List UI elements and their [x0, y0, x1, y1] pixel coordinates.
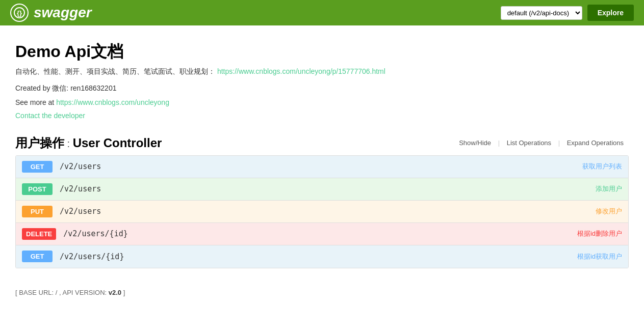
- api-route-row[interactable]: POST/v2/users添加用户: [16, 178, 628, 201]
- explore-button[interactable]: Explore: [587, 5, 634, 21]
- api-docs-select[interactable]: default (/v2/api-docs): [501, 6, 582, 20]
- api-route-row[interactable]: DELETE/v2/users/{id}根据id删除用户: [16, 223, 628, 245]
- swagger-icon: {}: [10, 4, 29, 22]
- api-description-link[interactable]: https://www.cnblogs.com/uncleyong/p/1577…: [217, 67, 385, 75]
- controller-title-en: User Controller: [73, 136, 162, 150]
- api-description: 获取用户列表: [582, 162, 622, 171]
- api-path: /v2/users: [60, 162, 572, 171]
- method-badge: PUT: [22, 206, 53, 217]
- created-by-text: Created by 微信: ren168632201: [15, 84, 116, 92]
- list-operations-link[interactable]: List Operations: [502, 139, 556, 147]
- footer-close-bracket: ]: [123, 289, 125, 296]
- see-more: See more at https://www.cnblogs.com/uncl…: [15, 97, 629, 108]
- controller-header: 用户操作 : User Controller Show/Hide | List …: [15, 135, 629, 151]
- api-path: /v2/users: [60, 207, 585, 216]
- show-hide-link[interactable]: Show/Hide: [454, 139, 496, 147]
- controller-title-zh: 用户操作: [15, 136, 64, 150]
- see-more-link[interactable]: https://www.cnblogs.com/uncleyong: [56, 98, 169, 106]
- api-route-row[interactable]: PUT/v2/users修改用户: [16, 201, 628, 223]
- separator-2: |: [556, 139, 562, 147]
- api-description: 添加用户: [596, 184, 622, 193]
- svg-text:{}: {}: [17, 9, 22, 17]
- controller-title: 用户操作 : User Controller: [15, 135, 162, 151]
- api-path: /v2/users: [60, 184, 585, 193]
- footer-version: v2.0: [109, 289, 121, 296]
- contact-link[interactable]: Contact the developer: [15, 112, 85, 120]
- api-description: 修改用户: [596, 207, 622, 216]
- api-description-text: 自动化、性能、测开、项目实战、简历、笔试面试、职业规划：: [15, 67, 215, 75]
- api-path: /v2/users/{id}: [60, 252, 567, 261]
- see-more-text: See more at: [15, 98, 56, 106]
- top-header: {} swagger default (/v2/api-docs) Explor…: [0, 0, 644, 25]
- api-description: 根据id获取用户: [577, 252, 622, 261]
- controller-section: 用户操作 : User Controller Show/Hide | List …: [15, 135, 629, 268]
- logo: {} swagger: [10, 4, 92, 22]
- api-description: 根据id删除用户: [577, 229, 622, 238]
- method-badge: POST: [22, 183, 53, 195]
- api-route-row[interactable]: GET/v2/users获取用户列表: [16, 156, 628, 178]
- created-by: Created by 微信: ren168632201: [15, 82, 629, 94]
- api-route-row[interactable]: GET/v2/users/{id}根据id获取用户: [16, 245, 628, 268]
- api-path: /v2/users/{id}: [63, 229, 567, 238]
- expand-operations-link[interactable]: Expand Operations: [562, 139, 629, 147]
- footer: [ BASE URL: / , API VERSION: v2.0 ]: [0, 279, 644, 307]
- api-routes-list: GET/v2/users获取用户列表POST/v2/users添加用户PUT/v…: [15, 155, 629, 268]
- logo-text: swagger: [34, 5, 92, 21]
- method-badge: DELETE: [22, 228, 56, 240]
- controller-actions: Show/Hide | List Operations | Expand Ope…: [454, 139, 629, 147]
- main-content: Demo Api文档 自动化、性能、测开、项目实战、简历、笔试面试、职业规划： …: [0, 25, 644, 279]
- separator-1: |: [496, 139, 502, 147]
- api-title: Demo Api文档: [15, 41, 629, 63]
- api-description: 自动化、性能、测开、项目实战、简历、笔试面试、职业规划： https://www…: [15, 67, 629, 76]
- method-badge: GET: [22, 251, 53, 262]
- footer-base-url: [ BASE URL: / , API VERSION:: [15, 289, 107, 296]
- method-badge: GET: [22, 161, 53, 173]
- controller-title-colon: :: [64, 138, 73, 149]
